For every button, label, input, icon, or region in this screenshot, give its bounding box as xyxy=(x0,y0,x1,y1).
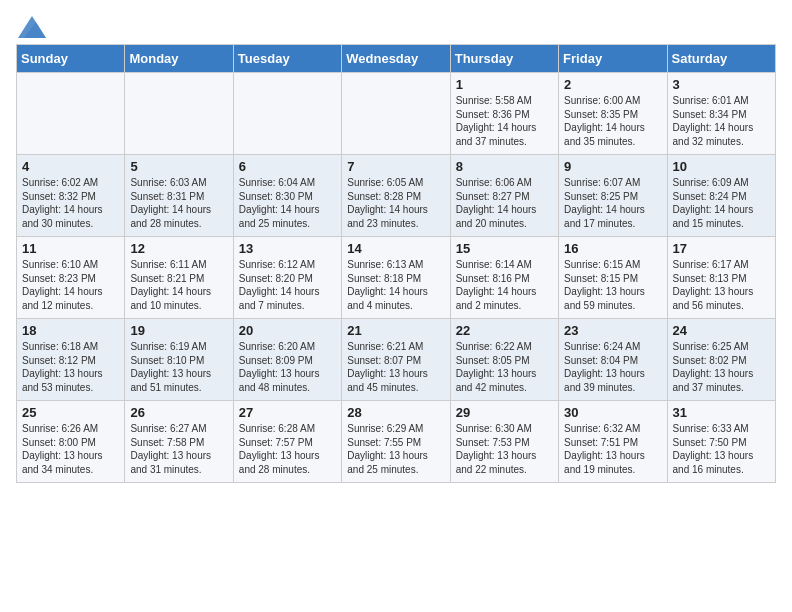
day-number: 9 xyxy=(564,159,661,174)
calendar-cell: 19Sunrise: 6:19 AM Sunset: 8:10 PM Dayli… xyxy=(125,319,233,401)
calendar-cell: 1Sunrise: 5:58 AM Sunset: 8:36 PM Daylig… xyxy=(450,73,558,155)
calendar-cell: 4Sunrise: 6:02 AM Sunset: 8:32 PM Daylig… xyxy=(17,155,125,237)
day-info: Sunrise: 6:30 AM Sunset: 7:53 PM Dayligh… xyxy=(456,422,553,476)
day-info: Sunrise: 6:09 AM Sunset: 8:24 PM Dayligh… xyxy=(673,176,770,230)
calendar-cell: 12Sunrise: 6:11 AM Sunset: 8:21 PM Dayli… xyxy=(125,237,233,319)
day-info: Sunrise: 6:05 AM Sunset: 8:28 PM Dayligh… xyxy=(347,176,444,230)
calendar-cell xyxy=(342,73,450,155)
day-info: Sunrise: 6:11 AM Sunset: 8:21 PM Dayligh… xyxy=(130,258,227,312)
day-number: 12 xyxy=(130,241,227,256)
day-info: Sunrise: 6:01 AM Sunset: 8:34 PM Dayligh… xyxy=(673,94,770,148)
day-info: Sunrise: 6:07 AM Sunset: 8:25 PM Dayligh… xyxy=(564,176,661,230)
day-number: 8 xyxy=(456,159,553,174)
calendar-cell: 14Sunrise: 6:13 AM Sunset: 8:18 PM Dayli… xyxy=(342,237,450,319)
day-info: Sunrise: 6:27 AM Sunset: 7:58 PM Dayligh… xyxy=(130,422,227,476)
calendar-week-row: 11Sunrise: 6:10 AM Sunset: 8:23 PM Dayli… xyxy=(17,237,776,319)
day-number: 25 xyxy=(22,405,119,420)
day-info: Sunrise: 6:03 AM Sunset: 8:31 PM Dayligh… xyxy=(130,176,227,230)
day-info: Sunrise: 6:26 AM Sunset: 8:00 PM Dayligh… xyxy=(22,422,119,476)
calendar-cell: 30Sunrise: 6:32 AM Sunset: 7:51 PM Dayli… xyxy=(559,401,667,483)
calendar-cell: 8Sunrise: 6:06 AM Sunset: 8:27 PM Daylig… xyxy=(450,155,558,237)
day-number: 19 xyxy=(130,323,227,338)
page-header xyxy=(16,16,776,34)
calendar-cell: 16Sunrise: 6:15 AM Sunset: 8:15 PM Dayli… xyxy=(559,237,667,319)
day-number: 17 xyxy=(673,241,770,256)
day-number: 2 xyxy=(564,77,661,92)
day-number: 11 xyxy=(22,241,119,256)
calendar-cell: 31Sunrise: 6:33 AM Sunset: 7:50 PM Dayli… xyxy=(667,401,775,483)
day-info: Sunrise: 6:15 AM Sunset: 8:15 PM Dayligh… xyxy=(564,258,661,312)
day-info: Sunrise: 6:19 AM Sunset: 8:10 PM Dayligh… xyxy=(130,340,227,394)
day-info: Sunrise: 6:20 AM Sunset: 8:09 PM Dayligh… xyxy=(239,340,336,394)
day-number: 10 xyxy=(673,159,770,174)
col-header-friday: Friday xyxy=(559,45,667,73)
logo-icon xyxy=(18,16,46,38)
calendar-cell: 25Sunrise: 6:26 AM Sunset: 8:00 PM Dayli… xyxy=(17,401,125,483)
calendar-cell: 6Sunrise: 6:04 AM Sunset: 8:30 PM Daylig… xyxy=(233,155,341,237)
calendar-cell: 13Sunrise: 6:12 AM Sunset: 8:20 PM Dayli… xyxy=(233,237,341,319)
day-info: Sunrise: 6:04 AM Sunset: 8:30 PM Dayligh… xyxy=(239,176,336,230)
day-number: 7 xyxy=(347,159,444,174)
day-info: Sunrise: 6:14 AM Sunset: 8:16 PM Dayligh… xyxy=(456,258,553,312)
calendar-cell: 15Sunrise: 6:14 AM Sunset: 8:16 PM Dayli… xyxy=(450,237,558,319)
day-number: 4 xyxy=(22,159,119,174)
day-number: 31 xyxy=(673,405,770,420)
day-info: Sunrise: 6:21 AM Sunset: 8:07 PM Dayligh… xyxy=(347,340,444,394)
day-info: Sunrise: 6:22 AM Sunset: 8:05 PM Dayligh… xyxy=(456,340,553,394)
day-number: 14 xyxy=(347,241,444,256)
day-info: Sunrise: 6:00 AM Sunset: 8:35 PM Dayligh… xyxy=(564,94,661,148)
day-number: 24 xyxy=(673,323,770,338)
calendar-cell: 2Sunrise: 6:00 AM Sunset: 8:35 PM Daylig… xyxy=(559,73,667,155)
calendar-table: SundayMondayTuesdayWednesdayThursdayFrid… xyxy=(16,44,776,483)
day-number: 18 xyxy=(22,323,119,338)
calendar-week-row: 1Sunrise: 5:58 AM Sunset: 8:36 PM Daylig… xyxy=(17,73,776,155)
col-header-saturday: Saturday xyxy=(667,45,775,73)
calendar-cell: 3Sunrise: 6:01 AM Sunset: 8:34 PM Daylig… xyxy=(667,73,775,155)
day-info: Sunrise: 6:29 AM Sunset: 7:55 PM Dayligh… xyxy=(347,422,444,476)
day-number: 20 xyxy=(239,323,336,338)
calendar-week-row: 25Sunrise: 6:26 AM Sunset: 8:00 PM Dayli… xyxy=(17,401,776,483)
calendar-cell: 18Sunrise: 6:18 AM Sunset: 8:12 PM Dayli… xyxy=(17,319,125,401)
calendar-header-row: SundayMondayTuesdayWednesdayThursdayFrid… xyxy=(17,45,776,73)
calendar-cell: 5Sunrise: 6:03 AM Sunset: 8:31 PM Daylig… xyxy=(125,155,233,237)
day-number: 15 xyxy=(456,241,553,256)
day-info: Sunrise: 6:24 AM Sunset: 8:04 PM Dayligh… xyxy=(564,340,661,394)
day-info: Sunrise: 6:28 AM Sunset: 7:57 PM Dayligh… xyxy=(239,422,336,476)
day-number: 3 xyxy=(673,77,770,92)
calendar-cell: 29Sunrise: 6:30 AM Sunset: 7:53 PM Dayli… xyxy=(450,401,558,483)
day-number: 29 xyxy=(456,405,553,420)
day-number: 5 xyxy=(130,159,227,174)
day-info: Sunrise: 6:10 AM Sunset: 8:23 PM Dayligh… xyxy=(22,258,119,312)
day-info: Sunrise: 6:06 AM Sunset: 8:27 PM Dayligh… xyxy=(456,176,553,230)
day-number: 28 xyxy=(347,405,444,420)
calendar-week-row: 4Sunrise: 6:02 AM Sunset: 8:32 PM Daylig… xyxy=(17,155,776,237)
day-info: Sunrise: 6:13 AM Sunset: 8:18 PM Dayligh… xyxy=(347,258,444,312)
calendar-cell: 27Sunrise: 6:28 AM Sunset: 7:57 PM Dayli… xyxy=(233,401,341,483)
day-number: 26 xyxy=(130,405,227,420)
col-header-tuesday: Tuesday xyxy=(233,45,341,73)
day-number: 22 xyxy=(456,323,553,338)
col-header-wednesday: Wednesday xyxy=(342,45,450,73)
day-number: 27 xyxy=(239,405,336,420)
calendar-cell: 22Sunrise: 6:22 AM Sunset: 8:05 PM Dayli… xyxy=(450,319,558,401)
logo xyxy=(16,16,46,34)
day-number: 23 xyxy=(564,323,661,338)
calendar-cell: 28Sunrise: 6:29 AM Sunset: 7:55 PM Dayli… xyxy=(342,401,450,483)
col-header-thursday: Thursday xyxy=(450,45,558,73)
calendar-cell xyxy=(125,73,233,155)
calendar-cell: 24Sunrise: 6:25 AM Sunset: 8:02 PM Dayli… xyxy=(667,319,775,401)
day-info: Sunrise: 6:25 AM Sunset: 8:02 PM Dayligh… xyxy=(673,340,770,394)
day-info: Sunrise: 5:58 AM Sunset: 8:36 PM Dayligh… xyxy=(456,94,553,148)
day-number: 21 xyxy=(347,323,444,338)
calendar-cell xyxy=(233,73,341,155)
day-info: Sunrise: 6:17 AM Sunset: 8:13 PM Dayligh… xyxy=(673,258,770,312)
calendar-cell: 11Sunrise: 6:10 AM Sunset: 8:23 PM Dayli… xyxy=(17,237,125,319)
calendar-week-row: 18Sunrise: 6:18 AM Sunset: 8:12 PM Dayli… xyxy=(17,319,776,401)
col-header-monday: Monday xyxy=(125,45,233,73)
day-number: 13 xyxy=(239,241,336,256)
day-number: 16 xyxy=(564,241,661,256)
calendar-cell: 23Sunrise: 6:24 AM Sunset: 8:04 PM Dayli… xyxy=(559,319,667,401)
calendar-cell: 10Sunrise: 6:09 AM Sunset: 8:24 PM Dayli… xyxy=(667,155,775,237)
col-header-sunday: Sunday xyxy=(17,45,125,73)
day-info: Sunrise: 6:32 AM Sunset: 7:51 PM Dayligh… xyxy=(564,422,661,476)
